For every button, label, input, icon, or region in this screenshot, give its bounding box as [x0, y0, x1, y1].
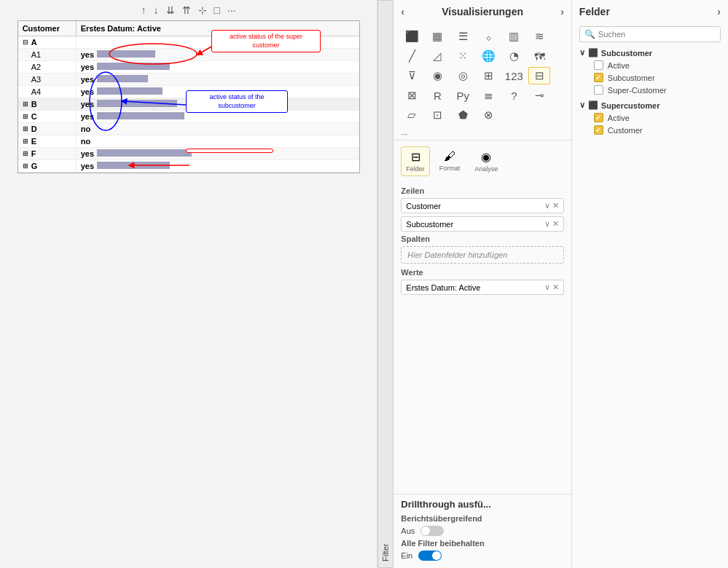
keep-filters-state-label: Ein — [401, 551, 412, 560]
keep-filters-toggle[interactable] — [418, 551, 442, 561]
stacked-bar-icon[interactable]: ⬛ — [401, 28, 423, 45]
fields-tab[interactable]: ⊟ Felder — [401, 146, 430, 176]
table-row[interactable]: A3 yes — [18, 74, 359, 86]
format-tab-icon: 🖌 — [444, 150, 455, 163]
customer-chip[interactable]: Customer ∨ ✕ — [401, 198, 564, 213]
matrix-icon[interactable]: ⊠ — [401, 87, 423, 104]
sort-down-down-icon[interactable]: ⇊ — [166, 4, 175, 16]
stacked100-icon[interactable]: ▥ — [503, 28, 525, 45]
fields-panel-header: Felder › — [572, 0, 728, 23]
bar-h-icon[interactable]: ☰ — [452, 28, 474, 45]
custom1-icon[interactable]: ⬟ — [452, 106, 474, 124]
expand-e-icon[interactable]: ⊞ — [23, 138, 28, 145]
r-icon[interactable]: R — [426, 87, 448, 104]
analytics-tab[interactable]: ◉ Analyse — [469, 146, 503, 176]
multi-row-icon[interactable]: ≣ — [477, 87, 499, 104]
fields-right-arrow[interactable]: › — [717, 6, 721, 17]
more-toolbar-icon[interactable]: ··· — [227, 4, 236, 16]
viz-left-arrow[interactable]: ‹ — [401, 6, 404, 17]
supercustomer-group-header[interactable]: ∨ ⬛ Supercustomer — [579, 100, 721, 110]
table-row[interactable]: ⊞ F yes — [18, 148, 359, 160]
ribbon-icon[interactable]: ≋ — [528, 28, 550, 45]
sort-down-icon[interactable]: ↓ — [154, 4, 159, 16]
treemap-icon[interactable]: ⊞ — [477, 67, 499, 84]
expand-a-icon[interactable]: ⊟ — [23, 39, 28, 46]
active-field-item[interactable]: Active — [579, 59, 721, 71]
subcustomer-group-header[interactable]: ∨ ⬛ Subcustomer — [579, 48, 721, 58]
cell-datum-f: yes — [77, 148, 222, 159]
active-checkbox[interactable] — [594, 60, 603, 70]
super-customer-checkbox[interactable] — [594, 85, 603, 95]
shape-icon[interactable]: ▱ — [401, 106, 423, 124]
table-row[interactable]: ⊞ E no — [18, 135, 359, 148]
table-row[interactable]: ⊞ G yes — [18, 160, 359, 173]
subcustomer-field-item[interactable]: Subcustomer — [579, 71, 721, 84]
expand-g-icon[interactable]: ⊞ — [23, 162, 28, 170]
funnel-icon[interactable]: ⊽ — [401, 67, 423, 84]
viz-more-button[interactable]: ··· — [394, 128, 571, 140]
custom2-icon[interactable]: ⊗ — [477, 106, 499, 124]
subcustomer-checkbox[interactable] — [594, 73, 603, 82]
sort-up-up-icon[interactable]: ⇈ — [182, 4, 191, 16]
expand-c-icon[interactable]: ⊞ — [23, 113, 28, 120]
card-icon[interactable]: 123 — [503, 67, 525, 84]
area-icon[interactable]: ◿ — [426, 47, 448, 65]
filter-toolbar-icon[interactable]: ⊹ — [198, 4, 207, 16]
subcustomer-chip[interactable]: Subcustomer ∨ ✕ — [401, 216, 564, 232]
customer-checkbox[interactable] — [594, 125, 603, 135]
search-box[interactable]: 🔍 — [579, 26, 721, 42]
cell-customer-b: ⊞ B — [18, 98, 77, 110]
expand-b-icon[interactable]: ⊞ — [23, 100, 28, 108]
expand-icon[interactable]: □ — [214, 4, 220, 16]
fields-tab-label: Felder — [406, 165, 425, 173]
active-super-checkbox[interactable] — [594, 113, 603, 122]
clustered-bar-icon[interactable]: ▦ — [426, 28, 448, 45]
viz-right-arrow[interactable]: › — [560, 6, 564, 17]
customer-field-item[interactable]: Customer — [579, 124, 721, 136]
format-tab[interactable]: 🖌 Format — [434, 146, 466, 176]
active-chip-icons[interactable]: ∨ ✕ — [544, 283, 559, 292]
customer-chip-icons[interactable]: ∨ ✕ — [544, 201, 559, 210]
line-icon[interactable]: ╱ — [401, 47, 423, 65]
table-row[interactable]: A2 yes — [18, 61, 359, 74]
cell-datum-a — [77, 41, 222, 44]
drillthrough-title: Drillthrough ausfü... — [401, 499, 564, 510]
cross-report-toggle[interactable] — [420, 526, 444, 536]
donut-icon[interactable]: ◎ — [452, 67, 474, 84]
py-icon[interactable]: Py — [452, 87, 474, 104]
filter-tab[interactable]: Filter — [377, 0, 394, 568]
table-icon2: ⬛ — [588, 100, 598, 110]
scatter-icon[interactable]: ⁙ — [452, 47, 474, 65]
slicer-icon[interactable]: ⊸ — [528, 87, 550, 104]
active-field-label: Active — [608, 61, 630, 70]
search-input[interactable] — [598, 30, 716, 39]
map-scatter-icon[interactable]: 🌐 — [477, 47, 499, 65]
table-row[interactable]: ⊞ C yes — [18, 111, 359, 123]
table-row[interactable]: ⊞ B yes — [18, 98, 359, 111]
values-label: Werte — [401, 268, 564, 277]
table-row[interactable]: ⊟ A — [18, 36, 359, 49]
qna-icon[interactable]: ? — [503, 87, 525, 104]
image-icon[interactable]: ⊡ — [426, 106, 448, 124]
waterfall-icon[interactable]: ⬦ — [477, 28, 499, 45]
active-super-field-item[interactable]: Active — [579, 111, 721, 124]
table-row[interactable]: A4 yes — [18, 86, 359, 98]
gauge-icon[interactable]: ◉ — [426, 67, 448, 84]
columns-drop-zone[interactable]: Hier Datenfelder hinzufügen — [401, 246, 564, 264]
active-chip[interactable]: Erstes Datum: Active ∨ ✕ — [401, 280, 564, 295]
table-row[interactable]: ⊞ D no — [18, 123, 359, 135]
map-icon[interactable]: 🗺 — [528, 47, 550, 65]
sort-up-icon[interactable]: ↑ — [141, 4, 146, 16]
subcustomer-chip-icons[interactable]: ∨ ✕ — [544, 219, 559, 229]
pie-icon[interactable]: ◔ — [503, 47, 525, 65]
cell-datum-a2: yes — [77, 61, 222, 73]
cell-customer-d: ⊞ D — [18, 123, 77, 135]
cross-report-row: Aus — [401, 526, 564, 536]
table-icon: ⬛ — [588, 48, 598, 58]
table-viz-icon[interactable]: ⊟ — [528, 67, 550, 84]
cell-datum-a1: yes — [77, 49, 222, 60]
table-row[interactable]: A1 yes — [18, 49, 359, 61]
super-customer-field-item[interactable]: Super-Customer — [579, 84, 721, 96]
expand-d-icon[interactable]: ⊞ — [23, 125, 28, 133]
expand-f-icon[interactable]: ⊞ — [23, 150, 28, 157]
